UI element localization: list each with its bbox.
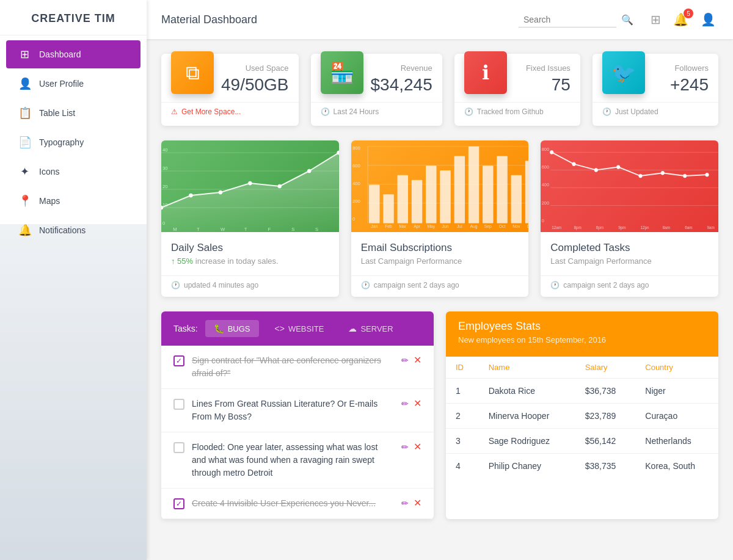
- sidebar-link-user-profile[interactable]: 👤 User Profile: [6, 70, 140, 98]
- sidebar-label-icons: Icons: [39, 167, 59, 176]
- task-edit-button[interactable]: ✏: [401, 355, 409, 365]
- bottom-row: Tasks: 🐛 BUGS <> WEBSITE ☁ SERVER: [161, 311, 718, 519]
- sidebar-item-dashboard[interactable]: ⊞ Dashboard: [0, 40, 147, 68]
- notifications-icon: 🔔: [18, 224, 31, 237]
- stat-card-revenue: 🏪 Revenue $34,245 🕐 Last 24 Hours: [311, 54, 442, 126]
- grid-icon-button[interactable]: ⊞: [648, 10, 663, 29]
- task-delete-button[interactable]: ✕: [414, 398, 421, 409]
- stat-footer-followers: 🕐 Just Updated: [593, 102, 718, 116]
- svg-text:Apr: Apr: [414, 224, 420, 229]
- chart-body-email-subscriptions: Email Subscriptions Last Campaign Perfor…: [351, 232, 529, 275]
- svg-text:600: 600: [352, 163, 360, 169]
- chart-title-email-subscriptions: Email Subscriptions: [361, 242, 519, 254]
- svg-text:Feb: Feb: [385, 224, 392, 228]
- chart-footer-text-email-subscriptions: campaign sent 2 days ago: [374, 281, 459, 289]
- task-checkbox[interactable]: [173, 442, 184, 453]
- employee-salary: $36,738: [575, 379, 636, 404]
- employee-name: Dakota Rice: [479, 379, 575, 404]
- svg-rect-55: [525, 161, 529, 223]
- dashboard-icon: ⊞: [18, 48, 31, 61]
- svg-point-21: [307, 169, 311, 173]
- search-button[interactable]: 🔍: [616, 12, 638, 28]
- chart-area-completed-tasks: 800 600 400 200 0 12am8pm6pm9pm12pn8am6a…: [541, 140, 718, 232]
- task-checkbox[interactable]: [173, 355, 184, 366]
- svg-text:400: 400: [542, 182, 549, 187]
- stat-text-revenue: Revenue $34,245: [371, 64, 432, 95]
- sidebar-link-maps[interactable]: 📍 Maps: [6, 187, 140, 215]
- task-edit-button[interactable]: ✏: [401, 442, 409, 452]
- daily-sales-pct: ↑ 55%: [171, 256, 193, 266]
- sidebar-item-icons[interactable]: ✦ Icons: [0, 158, 147, 186]
- stat-label-used-space: Used Space: [221, 64, 289, 73]
- sidebar-link-notifications[interactable]: 🔔 Notifications: [6, 216, 140, 244]
- task-checkbox[interactable]: [173, 498, 184, 509]
- task-actions: ✏ ✕: [401, 398, 421, 409]
- chart-footer-daily-sales: 🕐 updated 4 minutes ago: [161, 275, 339, 297]
- tab-website[interactable]: <> WEBSITE: [266, 320, 333, 337]
- sidebar-link-icons[interactable]: ✦ Icons: [6, 158, 140, 186]
- task-delete-button[interactable]: ✕: [414, 354, 421, 366]
- employee-id: 2: [446, 404, 479, 429]
- stat-card-followers: 🐦 Followers +245 🕐 Just Updated: [593, 54, 718, 126]
- task-text: Lines From Great Russian Literature? Or …: [192, 398, 394, 423]
- chart-footer-completed-tasks: 🕐 campaign sent 2 days ago: [541, 275, 718, 297]
- svg-text:800: 800: [352, 145, 360, 151]
- sidebar-item-user-profile[interactable]: 👤 User Profile: [0, 70, 147, 98]
- svg-rect-51: [497, 156, 507, 223]
- task-edit-button[interactable]: ✏: [401, 498, 409, 508]
- bug-icon: 🐛: [214, 324, 224, 333]
- chart-area-email-subscriptions: 800 600 400 200 0 Jan Feb Mar Apr May Ju…: [351, 140, 529, 232]
- employees-table-header-row: IDNameSalaryCountry: [446, 357, 718, 379]
- sidebar-item-maps[interactable]: 📍 Maps: [0, 187, 147, 215]
- search-input[interactable]: [519, 12, 616, 27]
- task-delete-button[interactable]: ✕: [414, 441, 421, 453]
- stat-icon-revenue: 🏪: [321, 51, 363, 94]
- header-icons: ⊞ 🔔 5 👤: [648, 10, 718, 29]
- svg-text:8pm: 8pm: [574, 225, 582, 230]
- stat-card-top: ⧉ Used Space 49/50GB: [161, 54, 299, 95]
- get-more-space-link[interactable]: Get More Space...: [181, 107, 241, 116]
- clock-icon-completed-tasks: 🕐: [550, 281, 560, 289]
- sidebar-item-typography[interactable]: 📄 Typography: [0, 128, 147, 156]
- tasks-header: Tasks: 🐛 BUGS <> WEBSITE ☁ SERVER: [161, 311, 434, 346]
- chart-card-email-subscriptions: 800 600 400 200 0 Jan Feb Mar Apr May Ju…: [351, 140, 529, 297]
- employees-col-name: Name: [479, 357, 575, 379]
- tab-server[interactable]: ☁ SERVER: [340, 320, 401, 337]
- task-text: Sign contract for "What are conference o…: [192, 354, 394, 380]
- tab-bugs[interactable]: 🐛 BUGS: [205, 320, 259, 337]
- sidebar-item-notifications[interactable]: 🔔 Notifications: [0, 216, 147, 244]
- bar-chart-svg: 800 600 400 200 0 Jan Feb Mar Apr May Ju…: [351, 140, 529, 232]
- sidebar-item-table-list[interactable]: 📋 Table List: [0, 99, 147, 127]
- chart-body-daily-sales: Daily Sales ↑ 55% increase in today sale…: [161, 232, 339, 275]
- task-delete-button[interactable]: ✕: [414, 497, 421, 509]
- clock-icon-daily-sales: 🕐: [171, 281, 180, 289]
- svg-rect-45: [454, 156, 464, 223]
- stat-text-fixed-issues: Fixed Issues 75: [514, 64, 571, 95]
- line-chart-red-svg: 800 600 400 200 0 12am8pm6pm9pm12pn8am6a…: [541, 140, 718, 232]
- sidebar-label-dashboard: Dashboard: [39, 49, 81, 59]
- stat-footer-revenue: 🕐 Last 24 Hours: [311, 102, 442, 116]
- stat-footer-text: Just Updated: [615, 107, 658, 116]
- page-title: Material Dashboard: [161, 13, 509, 26]
- stat-footer-text: Last 24 Hours: [334, 107, 379, 116]
- sidebar-link-table-list[interactable]: 📋 Table List: [6, 99, 140, 127]
- employees-col-country: Country: [635, 357, 718, 379]
- chart-subtitle-text: Last Campaign Performance: [361, 256, 462, 266]
- chart-subtitle-email-subscriptions: Last Campaign Performance: [361, 256, 519, 266]
- task-checkbox[interactable]: [173, 399, 184, 410]
- notification-button[interactable]: 🔔 5: [671, 10, 691, 29]
- user-icon: 👤: [701, 13, 716, 26]
- sidebar-brand: CREATIVE TIM: [0, 0, 147, 35]
- employees-subtitle: New employees on 15th September, 2016: [458, 335, 706, 344]
- user-avatar-button[interactable]: 👤: [698, 10, 718, 29]
- task-edit-button[interactable]: ✏: [401, 399, 409, 409]
- employee-salary: $23,789: [575, 404, 636, 429]
- sidebar-link-typography[interactable]: 📄 Typography: [6, 128, 140, 156]
- stat-value-revenue: $34,245: [371, 75, 432, 95]
- sidebar-link-dashboard[interactable]: ⊞ Dashboard: [6, 40, 140, 68]
- stat-footer-used-space: ⚠ Get More Space...: [161, 102, 299, 116]
- cloud-icon: ☁: [348, 324, 357, 333]
- svg-text:600: 600: [542, 164, 549, 170]
- clock-icon: 🕐: [602, 107, 611, 116]
- svg-rect-49: [483, 165, 493, 223]
